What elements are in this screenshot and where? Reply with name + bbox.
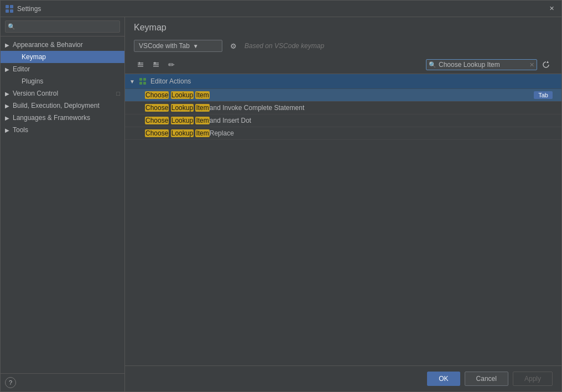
- search-clear-button[interactable]: ✕: [529, 61, 534, 69]
- sidebar-item-build[interactable]: ▶ Build, Execution, Deployment: [1, 100, 124, 112]
- svg-marker-13: [547, 61, 549, 63]
- sidebar-footer: ?: [1, 373, 124, 391]
- editor-actions-group[interactable]: ▼ Editor Actions: [125, 74, 561, 89]
- keymap-dropdown[interactable]: VSCode with Tab ▼: [134, 40, 222, 52]
- sidebar-search-area: 🔍: [1, 17, 124, 36]
- right-panel: Keymap VSCode with Tab ▼ ⚙ Based on VSCo…: [125, 17, 561, 391]
- action-name-text: Choose Lookup Item: [145, 91, 210, 99]
- sidebar-item-keymap[interactable]: Keymap: [1, 51, 124, 63]
- settings-window: Settings ✕ 🔍 ▶ Appearance & Behavior: [0, 0, 562, 392]
- svg-rect-15: [143, 78, 146, 81]
- action-name-text: Choose Lookup Item Replace: [145, 129, 234, 137]
- ok-button[interactable]: OK: [427, 372, 460, 386]
- restore-defaults-button[interactable]: [539, 58, 553, 71]
- arrow-icon: ▶: [5, 103, 12, 109]
- sidebar-item-appearance[interactable]: ▶ Appearance & Behavior: [1, 39, 124, 51]
- action-search-input[interactable]: [439, 61, 527, 69]
- sidebar-item-plugins[interactable]: Plugins: [1, 75, 124, 87]
- shortcut-badge-tab: Tab: [534, 91, 553, 99]
- apply-button[interactable]: Apply: [513, 372, 553, 386]
- close-button[interactable]: ✕: [546, 3, 557, 14]
- svg-rect-0: [6, 5, 9, 8]
- window-title: Settings: [17, 5, 546, 13]
- svg-rect-16: [139, 82, 142, 85]
- sidebar-item-version-control[interactable]: ▶ Version Control □: [1, 87, 124, 100]
- action-item-choose-lookup-replace[interactable]: Choose Lookup Item Replace: [125, 127, 561, 140]
- actions-table: ▼ Editor Actions Choose Lookup: [125, 74, 561, 365]
- sidebar-item-tools[interactable]: ▶ Tools: [1, 124, 124, 136]
- group-icon: [138, 77, 147, 86]
- toolbar-buttons: ✏: [134, 58, 178, 71]
- arrow-icon: ▶: [5, 42, 12, 48]
- chevron-down-icon: ▼: [193, 43, 199, 49]
- app-icon: [5, 4, 14, 13]
- keymap-gear-button[interactable]: ⚙: [227, 39, 240, 53]
- action-name-text: Choose Lookup Item and Invoke Complete S…: [145, 104, 304, 112]
- main-content: 🔍 ▶ Appearance & Behavior Keymap ▶: [1, 17, 561, 391]
- keymap-info-text: Based on VSCode keymap: [244, 42, 324, 50]
- svg-rect-17: [143, 82, 146, 85]
- group-label: Editor Actions: [150, 77, 191, 85]
- action-search-box: 🔍 ✕: [426, 59, 537, 70]
- keymap-value: VSCode with Tab: [139, 42, 190, 50]
- svg-rect-1: [10, 5, 13, 8]
- arrow-icon: ▶: [5, 127, 12, 133]
- window-controls: ✕: [546, 3, 557, 14]
- action-item-choose-lookup-dot[interactable]: Choose Lookup Item and Insert Dot: [125, 114, 561, 127]
- sidebar-item-languages[interactable]: ▶ Languages & Frameworks: [1, 112, 124, 124]
- sidebar-item-editor[interactable]: ▶ Editor: [1, 63, 124, 75]
- titlebar: Settings ✕: [1, 1, 561, 17]
- arrow-icon: ▶: [5, 66, 12, 72]
- help-button[interactable]: ?: [5, 377, 16, 388]
- edit-button[interactable]: ✏: [165, 58, 178, 71]
- collapse-all-button[interactable]: [149, 58, 163, 71]
- sidebar-search-icon: 🔍: [8, 23, 15, 30]
- keymap-selector-row: VSCode with Tab ▼ ⚙ Based on VSCode keym…: [125, 36, 561, 56]
- vc-add-icon: □: [116, 90, 120, 97]
- svg-rect-2: [6, 9, 9, 13]
- group-expand-arrow-icon: ▼: [129, 79, 136, 85]
- sidebar-items-list: ▶ Appearance & Behavior Keymap ▶ Editor …: [1, 36, 124, 373]
- action-item-choose-lookup-complete[interactable]: Choose Lookup Item and Invoke Complete S…: [125, 102, 561, 114]
- svg-rect-14: [139, 78, 142, 81]
- arrow-icon: ▶: [5, 91, 12, 97]
- svg-rect-3: [10, 9, 13, 13]
- sidebar: 🔍 ▶ Appearance & Behavior Keymap ▶: [1, 17, 125, 391]
- panel-title: Keymap: [134, 23, 553, 33]
- toolbar-row: ✏ 🔍 ✕: [125, 56, 561, 74]
- bottom-bar: OK Cancel Apply: [125, 365, 561, 391]
- sidebar-search-input[interactable]: [5, 20, 120, 33]
- arrow-icon: ▶: [5, 115, 12, 121]
- action-name-text: Choose Lookup Item and Insert Dot: [145, 117, 251, 124]
- expand-all-button[interactable]: [134, 58, 147, 71]
- cancel-button[interactable]: Cancel: [465, 372, 508, 386]
- search-icon: 🔍: [429, 61, 436, 69]
- panel-header: Keymap: [125, 17, 561, 36]
- action-item-choose-lookup-item[interactable]: Choose Lookup Item Tab: [125, 89, 561, 102]
